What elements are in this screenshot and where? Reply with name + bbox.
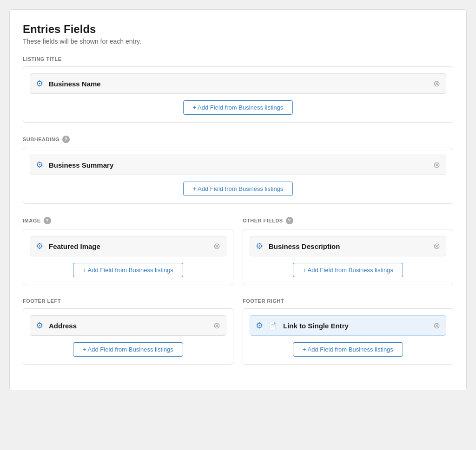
listing-title-label: LISTING TITLE (23, 56, 453, 62)
other-fields-add-button[interactable]: + Add Field from Business listings (293, 263, 403, 277)
page-subtitle: These fields will be shown for each entr… (23, 38, 453, 45)
footer-left-field-name: Address (49, 322, 77, 330)
subheading-add-button[interactable]: + Add Field from Business listings (183, 182, 293, 196)
footer-left-section: FOOTER LEFT ⚙ Address ⊗ + Add Field from… (23, 298, 233, 365)
image-box: ⚙ Featured Image ⊗ + Add Field from Busi… (23, 229, 233, 285)
listing-title-field-left: ⚙ Business Name (36, 78, 101, 89)
footer-left-label: FOOTER LEFT (23, 298, 233, 304)
listing-title-box: ⚙ Business Name ⊗ + Add Field from Busin… (23, 66, 453, 123)
listing-title-gear-icon[interactable]: ⚙ (36, 78, 43, 89)
footer-left-box: ⚙ Address ⊗ + Add Field from Business li… (23, 308, 233, 365)
image-help-icon[interactable]: ? (44, 217, 51, 224)
other-fields-gear-icon[interactable]: ⚙ (256, 241, 263, 251)
footer-right-doc-icon: 📄 (269, 322, 277, 329)
image-add-button[interactable]: + Add Field from Business listings (73, 263, 183, 277)
subheading-remove-icon[interactable]: ⊗ (433, 161, 440, 169)
footer-left-remove-icon[interactable]: ⊗ (213, 321, 220, 330)
footer-right-add-button[interactable]: + Add Field from Business listings (293, 342, 403, 357)
page-title: Entries Fields (23, 23, 453, 36)
subheading-help-icon[interactable]: ? (62, 136, 70, 143)
page-container: Entries Fields These fields will be show… (9, 9, 467, 391)
footer-right-field-row: ⚙ 📄 Link to Single Entry ⊗ (250, 315, 446, 336)
image-other-row: IMAGE ? ⚙ Featured Image ⊗ + Add Field f… (23, 217, 453, 298)
listing-title-field-name: Business Name (49, 80, 101, 88)
listing-title-remove-icon[interactable]: ⊗ (433, 79, 440, 88)
subheading-field-left: ⚙ Business Summary (36, 160, 113, 170)
subheading-field-name: Business Summary (49, 161, 113, 169)
subheading-section: SUBHEADING ? ⚙ Business Summary ⊗ + Add … (23, 136, 453, 204)
image-field-name: Featured Image (49, 242, 100, 250)
subheading-label: SUBHEADING ? (23, 136, 453, 143)
other-fields-field-left: ⚙ Business Description (256, 241, 340, 251)
footer-right-field-left: ⚙ 📄 Link to Single Entry (256, 320, 349, 331)
other-fields-field-row: ⚙ Business Description ⊗ (250, 236, 446, 256)
other-fields-help-icon[interactable]: ? (286, 217, 293, 224)
subheading-field-row: ⚙ Business Summary ⊗ (30, 155, 446, 175)
other-fields-box: ⚙ Business Description ⊗ + Add Field fro… (243, 229, 453, 285)
other-fields-remove-icon[interactable]: ⊗ (433, 242, 440, 250)
footer-row: FOOTER LEFT ⚙ Address ⊗ + Add Field from… (23, 298, 453, 378)
image-field-left: ⚙ Featured Image (36, 241, 100, 251)
listing-title-field-row: ⚙ Business Name ⊗ (30, 73, 446, 94)
footer-left-field-row: ⚙ Address ⊗ (30, 315, 226, 336)
footer-right-label: FOOTER RIGHT (243, 298, 453, 304)
footer-right-remove-icon[interactable]: ⊗ (433, 321, 440, 330)
subheading-gear-icon[interactable]: ⚙ (36, 160, 43, 170)
footer-left-add-button[interactable]: + Add Field from Business listings (73, 342, 183, 357)
subheading-box: ⚙ Business Summary ⊗ + Add Field from Bu… (23, 148, 453, 204)
listing-title-add-button[interactable]: + Add Field from Business listings (183, 100, 293, 115)
footer-right-field-name: Link to Single Entry (283, 322, 349, 330)
footer-left-field-left: ⚙ Address (36, 320, 77, 331)
other-fields-label: OTHER FIELDS ? (243, 217, 453, 224)
footer-right-box: ⚙ 📄 Link to Single Entry ⊗ + Add Field f… (243, 308, 453, 365)
footer-right-gear-icon[interactable]: ⚙ (256, 320, 263, 331)
other-fields-field-name: Business Description (269, 242, 340, 250)
listing-title-section: LISTING TITLE ⚙ Business Name ⊗ + Add Fi… (23, 56, 453, 123)
image-section: IMAGE ? ⚙ Featured Image ⊗ + Add Field f… (23, 217, 233, 285)
image-gear-icon[interactable]: ⚙ (36, 241, 43, 251)
other-fields-section: OTHER FIELDS ? ⚙ Business Description ⊗ … (243, 217, 453, 285)
image-label: IMAGE ? (23, 217, 233, 224)
footer-left-gear-icon[interactable]: ⚙ (36, 320, 43, 331)
image-field-row: ⚙ Featured Image ⊗ (30, 236, 226, 256)
image-remove-icon[interactable]: ⊗ (213, 242, 220, 250)
footer-right-section: FOOTER RIGHT ⚙ 📄 Link to Single Entry ⊗ … (243, 298, 453, 365)
